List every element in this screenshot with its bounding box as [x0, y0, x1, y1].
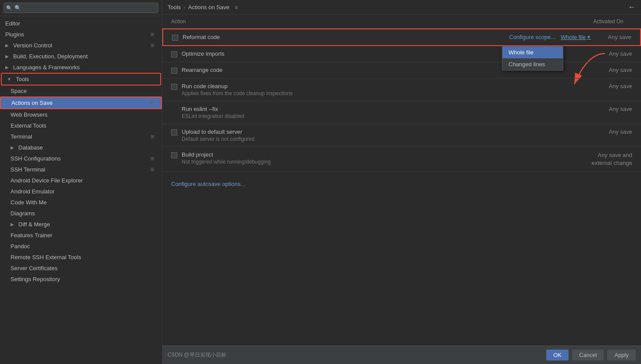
sidebar-item-label: SSH Configurations — [11, 155, 61, 162]
sidebar-item-tools[interactable]: ▼ Tools — [1, 73, 161, 86]
action-row-left: Reformat code — [172, 34, 500, 41]
chevron-right-icon: ▶ — [5, 43, 9, 48]
sidebar-item-ssh-terminal[interactable]: SSH Terminal ⊞ — [0, 164, 162, 175]
sidebar-item-label: Actions on Save — [11, 100, 53, 106]
sidebar-item-remote-ssh[interactable]: Remote SSH External Tools — [0, 252, 162, 263]
action-row-right: Configure scope... Whole file ▼ Any save — [500, 34, 631, 40]
sidebar-item-label: Languages & Frameworks — [13, 64, 80, 71]
sidebar-item-version-control[interactable]: ▶ Version Control ⊞ — [0, 40, 162, 51]
dropdown-item-whole-file[interactable]: Whole file — [502, 46, 563, 58]
dropdown-item-changed-lines[interactable]: Changed lines — [502, 58, 563, 70]
sidebar-item-label: Pandoc — [11, 243, 30, 250]
breadcrumb-icon: ≡ — [235, 4, 238, 11]
sidebar-item-languages[interactable]: ▶ Languages & Frameworks — [0, 62, 162, 73]
action-desc: Applies fixes from the code cleanup insp… — [182, 90, 501, 96]
sidebar-item-label: Space — [11, 88, 27, 94]
activated-on-text: Any save — [596, 34, 631, 40]
action-row-run-eslint: Run eslint --fix ESLint integration disa… — [162, 101, 641, 124]
action-name: Optimize imports — [182, 50, 501, 57]
sidebar-item-label: Remote SSH External Tools — [11, 254, 81, 261]
sidebar-item-pandoc[interactable]: Pandoc — [0, 241, 162, 252]
sidebar-item-web-browsers[interactable]: Web Browsers — [0, 109, 162, 120]
sidebar-item-plugins[interactable]: Plugins ⊞ — [0, 29, 162, 40]
activated-on-text: Any save — [597, 128, 632, 135]
activated-on-text: Any save — [597, 106, 632, 112]
chevron-right-icon: ▶ — [5, 54, 9, 59]
configure-scope-link[interactable]: Configure scope... — [509, 34, 556, 40]
sidebar-item-external-tools[interactable]: External Tools — [0, 120, 162, 131]
pin-icon: ⊞ — [150, 32, 157, 38]
action-name: Build project — [182, 151, 501, 158]
sidebar-item-features-trainer[interactable]: Features Trainer — [0, 230, 162, 241]
whole-file-dropdown[interactable]: Whole file ▼ — [561, 34, 591, 40]
pin-icon: ⊞ — [150, 156, 157, 162]
sidebar-item-database[interactable]: ▶ Database — [0, 142, 162, 153]
breadcrumb-part2: Actions on Save — [188, 4, 229, 11]
dropdown-value: Whole file — [561, 34, 586, 40]
checkbox-reformat-code[interactable] — [172, 35, 178, 41]
autosave-link[interactable]: Configure autosave options... — [162, 172, 254, 196]
activated-on-text: Any save — [597, 50, 632, 57]
pin-icon: ⊞ — [150, 43, 157, 49]
checkbox-rearrange-code[interactable] — [171, 68, 177, 74]
pin-icon: ⊞ — [150, 134, 157, 140]
action-desc: ESLint integration disabled — [182, 113, 501, 119]
sidebar-item-android-emulator[interactable]: Android Emulator — [0, 186, 162, 197]
activated-on-text: Any save — [597, 83, 632, 89]
action-name: Run eslint --fix — [182, 106, 501, 112]
pin-icon: ⊞ — [150, 167, 157, 173]
sidebar-item-build[interactable]: ▶ Build, Execution, Deployment — [0, 51, 162, 62]
sidebar-item-android-device[interactable]: Android Device File Explorer — [0, 175, 162, 186]
checkbox-upload-server[interactable] — [171, 129, 177, 136]
ok-button[interactable]: OK — [546, 350, 569, 360]
sidebar-item-label: Server Certificates — [11, 265, 57, 271]
chevron-right-icon: ▶ — [5, 65, 9, 70]
action-desc: Not triggered while running/debugging — [182, 159, 501, 165]
sidebar-item-label: Diff & Merge — [18, 221, 50, 228]
activated-on-text: Any save — [597, 67, 632, 73]
cancel-button[interactable]: Cancel — [572, 350, 604, 360]
action-name: Upload to default server — [182, 128, 501, 135]
breadcrumb-separator: › — [183, 4, 185, 11]
sidebar-item-terminal[interactable]: Terminal ⊞ — [0, 131, 162, 142]
sidebar-item-diff-merge[interactable]: ▶ Diff & Merge — [0, 219, 162, 230]
sidebar-item-code-with-me[interactable]: Code With Me — [0, 197, 162, 208]
breadcrumb-part1: Tools — [168, 4, 181, 11]
sidebar-item-space[interactable]: Space — [0, 86, 162, 96]
action-row-build-project: Build project Not triggered while runnin… — [162, 147, 641, 172]
sidebar-item-label: Version Control — [13, 42, 52, 49]
watermark-text: CSDN @早日实现小目标 — [168, 351, 543, 359]
sidebar-item-label: Android Device File Explorer — [11, 177, 83, 184]
settings-content: Action Activated On Reformat code Config… — [162, 15, 641, 346]
checkbox-optimize-imports[interactable] — [171, 51, 177, 57]
action-name: Rearrange code — [182, 67, 501, 73]
action-row-rearrange-code: Rearrange code Any save — [162, 62, 641, 79]
sidebar-item-settings-repository[interactable]: Settings Repository — [0, 274, 162, 285]
activated-on-text: Any save andexternal change — [591, 151, 632, 167]
sidebar: Editor Plugins ⊞ ▶ Version Control ⊞ — [0, 0, 162, 364]
sidebar-item-ssh-configurations[interactable]: SSH Configurations ⊞ — [0, 153, 162, 164]
action-name: Run code cleanup — [182, 83, 501, 89]
search-bar — [0, 0, 162, 16]
sidebar-item-editor[interactable]: Editor — [0, 18, 162, 29]
sidebar-item-actions-on-save[interactable]: Actions on Save ⊞ — [0, 96, 162, 109]
checkbox-build-project[interactable] — [171, 152, 177, 158]
dropdown-menu: Whole file Changed lines — [502, 46, 563, 71]
sidebar-item-label: Web Browsers — [11, 111, 47, 118]
sidebar-item-label: Editor — [5, 20, 20, 27]
sidebar-item-label: External Tools — [11, 122, 46, 129]
search-input[interactable] — [4, 3, 158, 13]
sidebar-item-label: Diagrams — [11, 210, 35, 217]
sidebar-item-diagrams[interactable]: Diagrams — [0, 208, 162, 219]
action-desc: Default server is not configured — [182, 136, 501, 142]
apply-button[interactable]: Apply — [607, 350, 636, 360]
footer: CSDN @早日实现小目标 OK Cancel Apply — [162, 346, 641, 364]
back-button[interactable]: ← — [628, 3, 636, 12]
sidebar-item-label: Tools — [16, 76, 29, 82]
action-row-optimize-imports: Optimize imports Any save — [162, 46, 641, 62]
sidebar-item-server-certificates[interactable]: Server Certificates — [0, 263, 162, 274]
sidebar-item-label: Database — [18, 144, 43, 151]
sidebar-item-label: Android Emulator — [11, 188, 54, 195]
checkbox-run-code-cleanup[interactable] — [171, 84, 177, 90]
sidebar-item-label: Code With Me — [11, 199, 47, 206]
